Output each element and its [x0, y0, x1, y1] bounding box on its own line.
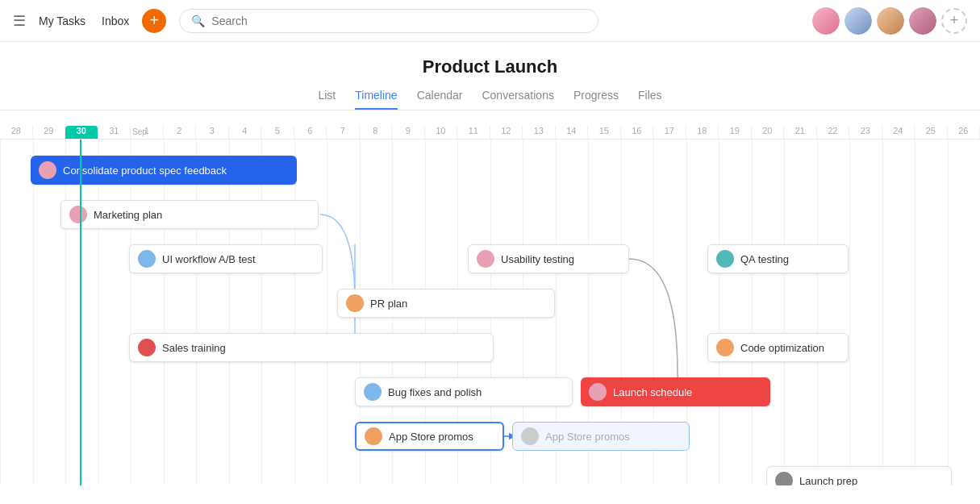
task-avatar	[716, 250, 734, 268]
date-cell-5: 5	[261, 126, 294, 139]
tab-timeline[interactable]: Timeline	[355, 82, 397, 110]
date-cell-19: 19	[719, 126, 752, 139]
date-cell-21: 21	[784, 126, 817, 139]
date-cell-4: 4	[229, 126, 262, 139]
date-cell-22: 22	[817, 126, 850, 139]
task-avatar	[138, 339, 156, 356]
task-bar-consolidate[interactable]: Consolidate product spec feedback	[31, 156, 297, 185]
add-button[interactable]: +	[142, 9, 166, 33]
date-cell-25: 25	[915, 126, 948, 139]
task-bar-bug-fixes[interactable]: Bug fixes and polish	[355, 377, 573, 406]
top-nav: ☰ My Tasks Inbox + 🔍 +	[0, 0, 980, 42]
task-bar-ui-workflow[interactable]: UI workflow A/B test	[129, 244, 323, 273]
tab-progress[interactable]: Progress	[573, 82, 619, 110]
task-avatar	[477, 250, 494, 268]
task-bar-app-store[interactable]: App Store promos	[355, 422, 504, 451]
task-bar-code-optimization[interactable]: Code optimization	[707, 333, 849, 362]
date-cell-14: 14	[556, 126, 589, 139]
add-member-button[interactable]: +	[941, 8, 967, 34]
task-bar-launch-prep[interactable]: Launch prep	[766, 466, 952, 485]
date-cell-29: 29	[33, 126, 66, 139]
task-avatar	[775, 472, 793, 485]
my-tasks-link[interactable]: My Tasks	[39, 15, 85, 27]
avatar-3	[877, 7, 904, 35]
search-input[interactable]	[211, 15, 586, 27]
tab-conversations[interactable]: Conversations	[482, 82, 554, 110]
tabs: List Timeline Calendar Conversations Pro…	[0, 82, 980, 110]
task-avatar	[521, 427, 539, 445]
date-cell-11: 11	[457, 126, 490, 139]
task-label-app-store-phantom: App Store promos	[545, 431, 630, 443]
task-label-sales-training: Sales training	[162, 342, 226, 354]
task-label-marketing-plan: Marketing plan	[94, 209, 162, 221]
timeline-container: 28293031Sep12345678910111213141516171819…	[0, 110, 980, 485]
task-label-ui-workflow: UI workflow A/B test	[162, 253, 256, 265]
page-header: Product Launch	[0, 42, 980, 82]
timeline-grid: Consolidate product spec feedbackMarketi…	[0, 140, 980, 485]
avatar-2	[844, 7, 872, 35]
task-bar-launch-schedule[interactable]: Launch schedule	[581, 377, 770, 406]
today-line	[80, 140, 81, 485]
task-avatar	[716, 339, 734, 356]
avatar-4	[909, 7, 936, 35]
avatar-1	[812, 7, 840, 35]
task-label-pr-plan: PR plan	[370, 298, 407, 310]
task-bar-marketing-plan[interactable]: Marketing plan	[60, 200, 319, 229]
date-cell-7: 7	[327, 126, 360, 139]
tab-calendar[interactable]: Calendar	[417, 82, 463, 110]
date-cell-17: 17	[653, 126, 686, 139]
date-cell-13: 13	[523, 126, 556, 139]
task-bar-qa-testing[interactable]: QA testing	[707, 244, 849, 273]
date-cell-3: 3	[196, 126, 229, 139]
task-label-code-optimization: Code optimization	[740, 342, 824, 354]
menu-icon[interactable]: ☰	[13, 12, 26, 30]
task-bar-sales-training[interactable]: Sales training	[129, 333, 494, 362]
task-avatar	[364, 383, 382, 401]
date-cell-15: 15	[588, 126, 621, 139]
date-cell-1: Sep1	[131, 126, 164, 139]
task-label-bug-fixes: Bug fixes and polish	[388, 386, 482, 398]
task-label-usability: Usability testing	[501, 253, 574, 265]
date-cell-28: 28	[0, 126, 33, 139]
date-cell-20: 20	[752, 126, 785, 139]
page-title: Product Launch	[0, 56, 980, 77]
task-label-consolidate: Consolidate product spec feedback	[63, 165, 227, 177]
date-cell-2: 2	[164, 126, 197, 139]
task-avatar	[346, 294, 364, 312]
date-cell-23: 23	[849, 126, 882, 139]
task-label-launch-prep: Launch prep	[799, 475, 857, 486]
search-icon: 🔍	[191, 15, 205, 27]
task-avatar	[365, 427, 382, 445]
task-avatar	[589, 383, 607, 401]
task-avatar	[69, 206, 87, 223]
date-cell-18: 18	[686, 126, 719, 139]
task-avatar	[39, 161, 56, 179]
task-label-launch-schedule: Launch schedule	[613, 386, 692, 398]
search-bar: 🔍	[179, 9, 598, 33]
inbox-link[interactable]: Inbox	[102, 15, 129, 27]
task-label-app-store: App Store promos	[389, 431, 473, 443]
task-bar-app-store-phantom[interactable]: App Store promos	[512, 422, 690, 451]
task-bar-pr-plan[interactable]: PR plan	[337, 289, 555, 318]
date-cell-6: 6	[294, 126, 327, 139]
date-cell-8: 8	[360, 126, 393, 139]
date-cell-26: 26	[948, 126, 981, 139]
tab-list[interactable]: List	[318, 82, 336, 110]
tab-files[interactable]: Files	[638, 82, 662, 110]
date-cell-24: 24	[882, 126, 915, 139]
date-header: 28293031Sep12345678910111213141516171819…	[0, 110, 980, 140]
date-cell-30: 30	[65, 126, 98, 139]
date-cell-12: 12	[490, 126, 523, 139]
date-cell-10: 10	[425, 126, 458, 139]
date-cell-16: 16	[621, 126, 654, 139]
task-label-qa-testing: QA testing	[740, 253, 789, 265]
date-cell-31: 31	[98, 126, 131, 139]
date-cell-9: 9	[392, 126, 425, 139]
nav-right: +	[812, 7, 967, 35]
task-bar-usability[interactable]: Usability testing	[468, 244, 629, 273]
task-avatar	[138, 250, 156, 268]
